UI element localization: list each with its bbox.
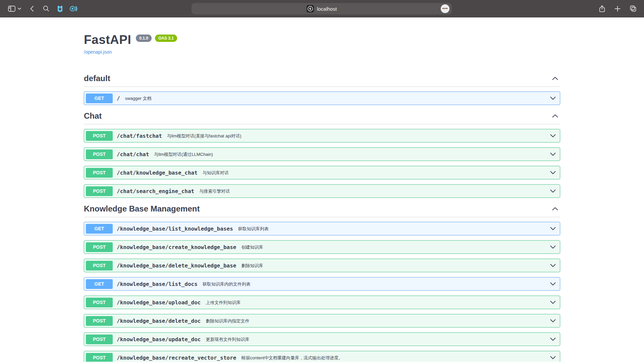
ripple-star-extension-icon xyxy=(69,5,77,12)
api-sections: default GET / swagger 文档 Chat xyxy=(84,72,560,362)
ripple-star-extension-button[interactable] xyxy=(68,3,79,14)
sidebar-menu-button[interactable] xyxy=(16,3,23,14)
chevron-down-icon xyxy=(550,227,556,230)
method-badge: POST xyxy=(86,131,113,141)
endpoint-row[interactable]: POST /chat/fastchat 与llm模型对话(直接与fastchat… xyxy=(84,129,560,142)
collapse-section-button[interactable] xyxy=(552,207,558,210)
browser-toolbar: localhost ••• xyxy=(0,0,644,17)
fastapi-favicon xyxy=(307,5,314,12)
expand-endpoint-button[interactable] xyxy=(547,171,556,174)
endpoint-description: 创建知识库 xyxy=(241,244,263,250)
method-badge: POST xyxy=(86,353,113,362)
endpoint-list: GET /knowledge_base/list_knowledge_bases… xyxy=(84,222,560,362)
endpoint-row[interactable]: POST /chat/knowledge_base_chat 与知识库对话 xyxy=(84,166,560,179)
endpoint-row[interactable]: POST /knowledge_base/update_doc 更新现有文件到知… xyxy=(84,333,560,346)
expand-endpoint-button[interactable] xyxy=(547,153,556,156)
endpoint-row[interactable]: POST /chat/search_engine_chat 与搜索引擎对话 xyxy=(84,184,560,198)
endpoint-path: /knowledge_base/create_knowledge_base xyxy=(117,244,236,250)
chevron-down-icon xyxy=(550,338,556,341)
section-title: Knowledge Base Management xyxy=(84,204,200,214)
chevron-down-icon xyxy=(550,319,556,322)
endpoint-description: 更新现有文件到知识库 xyxy=(206,337,249,343)
chevron-down-icon xyxy=(550,301,556,304)
endpoint-row[interactable]: POST /knowledge_base/upload_doc 上传文件到知识库 xyxy=(84,296,560,309)
chevron-down-icon xyxy=(550,97,556,100)
expand-endpoint-button[interactable] xyxy=(547,356,556,359)
sidebar-toggle-icon xyxy=(8,6,15,12)
endpoint-description: 与搜索引擎对话 xyxy=(199,188,230,194)
url-text: localhost xyxy=(317,6,337,12)
endpoint-path: /knowledge_base/delete_doc xyxy=(117,318,201,324)
page-title: FastAPI xyxy=(84,32,131,48)
expand-endpoint-button[interactable] xyxy=(547,282,556,286)
endpoint-path: /knowledge_base/upload_doc xyxy=(117,299,201,306)
endpoint-path: /chat/chat xyxy=(117,151,149,158)
method-badge: GET xyxy=(86,94,113,103)
tag-section: Chat POST /chat/fastchat 与llm模型对话(直接与fas… xyxy=(84,110,560,198)
method-badge: POST xyxy=(86,298,113,307)
expand-endpoint-button[interactable] xyxy=(547,189,556,193)
back-button[interactable] xyxy=(26,3,38,14)
chevron-up-icon xyxy=(552,77,558,80)
method-badge: POST xyxy=(86,261,113,270)
endpoint-description: 与知识库对话 xyxy=(203,170,229,176)
openapi-spec-link[interactable]: /openapi.json xyxy=(84,49,112,55)
section-header[interactable]: Chat xyxy=(84,110,560,124)
endpoint-path: / xyxy=(117,95,120,102)
endpoint-description: 获取知识库内的文件列表 xyxy=(203,281,251,287)
endpoint-path: /knowledge_base/delete_knowledge_base xyxy=(117,262,236,269)
shield-extension-button[interactable] xyxy=(54,3,66,14)
collapse-section-button[interactable] xyxy=(552,77,558,80)
section-header[interactable]: default xyxy=(84,72,560,87)
endpoint-description: 上传文件到知识库 xyxy=(206,300,240,306)
chevron-down-icon xyxy=(550,189,556,193)
chevron-down-icon xyxy=(550,153,556,156)
expand-endpoint-button[interactable] xyxy=(547,245,556,249)
new-tab-icon xyxy=(614,6,621,12)
method-badge: POST xyxy=(86,149,113,159)
endpoint-row[interactable]: POST /knowledge_base/delete_doc 删除知识库内指定… xyxy=(84,314,560,327)
endpoint-description: 根据content中文档重建向量库，流式输出处理进度。 xyxy=(241,355,343,361)
endpoint-description: 与llm模型对话(通过LLMChain) xyxy=(154,152,213,158)
endpoint-row[interactable]: GET / swagger 文档 xyxy=(84,92,560,105)
sidebar-toggle-button[interactable] xyxy=(6,3,17,14)
endpoint-row[interactable]: GET /knowledge_base/list_knowledge_bases… xyxy=(84,222,560,235)
endpoint-path: /knowledge_base/list_docs xyxy=(117,281,198,287)
share-icon xyxy=(599,5,605,12)
share-button[interactable] xyxy=(596,3,608,14)
endpoint-path: /chat/search_engine_chat xyxy=(117,188,194,194)
tab-overview-button[interactable] xyxy=(627,3,639,14)
address-bar[interactable]: localhost ••• xyxy=(192,3,452,14)
collapse-section-button[interactable] xyxy=(552,114,558,118)
endpoint-row[interactable]: GET /knowledge_base/list_docs 获取知识库内的文件列… xyxy=(84,277,560,291)
expand-endpoint-button[interactable] xyxy=(547,227,556,230)
page-settings-button[interactable]: ••• xyxy=(441,4,449,13)
expand-endpoint-button[interactable] xyxy=(547,338,556,341)
chevron-down-icon xyxy=(550,282,556,286)
section-header[interactable]: Knowledge Base Management xyxy=(84,203,560,217)
method-badge: POST xyxy=(86,335,113,344)
section-title: Chat xyxy=(84,111,102,121)
method-badge: GET xyxy=(86,279,113,289)
section-title: default xyxy=(84,74,110,83)
endpoint-path: /chat/knowledge_base_chat xyxy=(117,170,198,176)
method-badge: POST xyxy=(86,168,113,178)
expand-endpoint-button[interactable] xyxy=(547,134,556,137)
endpoint-path: /chat/fastchat xyxy=(117,133,162,139)
endpoint-row[interactable]: POST /knowledge_base/create_knowledge_ba… xyxy=(84,240,560,254)
chevron-up-icon xyxy=(552,114,558,118)
version-badge: 0.1.0 xyxy=(136,35,152,42)
endpoint-row[interactable]: POST /chat/chat 与llm模型对话(通过LLMChain) xyxy=(84,147,560,161)
expand-endpoint-button[interactable] xyxy=(547,264,556,267)
endpoint-row[interactable]: POST /knowledge_base/recreate_vector_sto… xyxy=(84,351,560,362)
endpoint-row[interactable]: POST /knowledge_base/delete_knowledge_ba… xyxy=(84,259,560,272)
endpoint-description: 删除知识库 xyxy=(241,263,263,269)
expand-endpoint-button[interactable] xyxy=(547,301,556,304)
new-tab-button[interactable] xyxy=(612,3,623,14)
endpoint-description: 删除知识库内指定文件 xyxy=(206,318,249,324)
expand-endpoint-button[interactable] xyxy=(547,97,556,100)
tab-overview-icon xyxy=(630,5,637,12)
expand-endpoint-button[interactable] xyxy=(547,319,556,322)
endpoint-description: 获取知识库列表 xyxy=(238,226,269,232)
search-button[interactable] xyxy=(40,3,52,14)
